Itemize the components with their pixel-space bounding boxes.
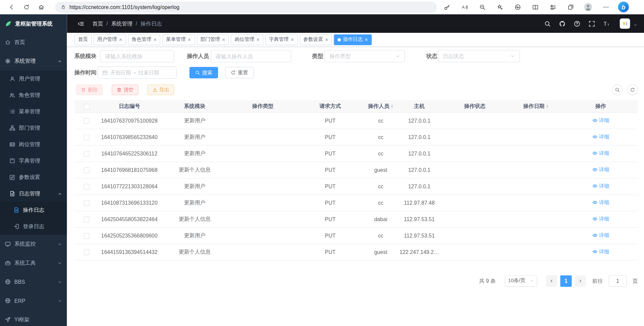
goto-page-input[interactable] xyxy=(609,275,627,286)
sidebar-item-post-mgmt[interactable]: 岗位管理 xyxy=(0,136,67,153)
close-icon[interactable]: × xyxy=(291,37,294,42)
close-icon[interactable]: × xyxy=(365,37,368,42)
page-size-select[interactable]: 10条/页 xyxy=(505,275,537,286)
password-button[interactable] xyxy=(439,1,454,13)
detail-link[interactable]: 详细 xyxy=(592,248,609,255)
close-icon[interactable]: × xyxy=(257,37,260,42)
tab-oper-log[interactable]: 操作日志× xyxy=(334,34,372,45)
reset-button[interactable]: 重置 xyxy=(225,67,254,78)
refresh-button[interactable] xyxy=(19,1,34,13)
header-search-button[interactable] xyxy=(542,18,553,29)
tab-param-settings[interactable]: 参数设置× xyxy=(300,34,332,45)
sidebar-item-user-mgmt[interactable]: 用户管理 xyxy=(0,71,67,87)
breadcrumb-system[interactable]: 系统管理 xyxy=(111,20,132,27)
detail-link[interactable]: 详细 xyxy=(592,150,609,157)
sidebar-item-system-mgmt[interactable]: 系统管理 xyxy=(0,52,67,70)
back-button[interactable] xyxy=(4,1,19,13)
column-header-date[interactable]: 操作日期▲▼ xyxy=(508,100,564,113)
sidebar-item-sys-tools[interactable]: 系统工具 xyxy=(0,254,67,272)
date-range-picker[interactable]: 开始日期 - 结束日期 xyxy=(97,66,176,79)
breadcrumb-home[interactable]: 首页 xyxy=(93,20,103,27)
read-aloud-button[interactable]: A xyxy=(457,1,472,13)
close-icon[interactable]: × xyxy=(153,37,156,42)
row-checkbox[interactable] xyxy=(84,249,89,255)
detail-link[interactable]: 详细 xyxy=(592,199,609,206)
select-all-checkbox[interactable] xyxy=(84,104,89,109)
more-menu-button[interactable] xyxy=(598,1,613,13)
sidebar-item-param-settings[interactable]: 参数设置 xyxy=(0,169,67,185)
tab-dict-mgmt[interactable]: 字典管理× xyxy=(265,34,298,45)
row-checkbox[interactable] xyxy=(84,216,89,222)
detail-link[interactable]: 详细 xyxy=(592,133,609,140)
tab-user-mgmt[interactable]: 用户管理× xyxy=(94,34,126,45)
close-icon[interactable]: × xyxy=(222,37,225,42)
browser-essentials-button[interactable] xyxy=(510,1,525,13)
type-select[interactable]: 操作类型 xyxy=(324,50,405,62)
sidebar-item-login-log[interactable]: 登录日志 xyxy=(0,218,67,235)
clear-button[interactable]: 清空 xyxy=(112,84,139,95)
prev-page-button[interactable] xyxy=(546,275,557,286)
home-button[interactable] xyxy=(34,1,48,13)
refresh-table-button[interactable] xyxy=(627,84,638,95)
menu-fold-button[interactable] xyxy=(75,18,87,29)
favorite-add-button[interactable] xyxy=(492,1,507,13)
font-size-button[interactable]: TT xyxy=(601,18,612,29)
row-checkbox[interactable] xyxy=(84,233,89,239)
tab-label: 用户管理 xyxy=(97,36,117,43)
sidebar-item-sys-monitor[interactable]: 系统监控 xyxy=(0,235,67,253)
row-checkbox[interactable] xyxy=(84,134,89,140)
operator-input[interactable] xyxy=(216,53,286,59)
status-select[interactable]: 日志状态 xyxy=(438,50,520,62)
tab-dept-mgmt[interactable]: 部门管理× xyxy=(197,34,229,45)
sidebar-item-yi-framework[interactable]: Yi框架 xyxy=(0,310,67,326)
sidebar-item-oper-log[interactable]: 操作日志 xyxy=(0,202,67,218)
row-checkbox[interactable] xyxy=(84,184,89,189)
zoom-button[interactable] xyxy=(475,1,490,13)
sidebar-item-bbs[interactable]: BBS xyxy=(0,272,67,291)
sort-icon[interactable]: ▲▼ xyxy=(391,104,393,109)
address-bar[interactable]: https://ccnetcore.com:1101/system/log/op… xyxy=(55,1,437,12)
row-checkbox[interactable] xyxy=(84,118,89,124)
hide-search-button[interactable] xyxy=(612,84,623,95)
sidebar-item-erp[interactable]: ERP xyxy=(0,291,67,310)
split-screen-button[interactable] xyxy=(528,1,542,13)
row-checkbox[interactable] xyxy=(84,200,89,206)
sidebar-item-home[interactable]: 首页 xyxy=(0,33,67,52)
close-icon[interactable]: × xyxy=(325,37,328,42)
sort-icon[interactable]: ▲▼ xyxy=(546,104,548,109)
search-button[interactable]: 搜索 xyxy=(189,67,218,78)
tab-home[interactable]: 首页 xyxy=(74,34,92,45)
sidebar-item-dept-mgmt[interactable]: 部门管理 xyxy=(0,120,67,136)
github-button[interactable] xyxy=(556,18,568,29)
delete-button[interactable]: 删除 xyxy=(76,84,103,95)
next-page-button[interactable] xyxy=(575,275,586,286)
sidebar-item-dict-mgmt[interactable]: 字典管理 xyxy=(0,153,67,169)
tab-role-mgmt[interactable]: 角色管理× xyxy=(128,34,160,45)
close-icon[interactable]: × xyxy=(188,37,191,42)
sidebar-item-menu-mgmt[interactable]: 菜单管理 xyxy=(0,104,67,120)
column-header-operator[interactable]: 操作人员▲▼ xyxy=(364,100,397,113)
page-number-current[interactable]: 1 xyxy=(560,275,572,286)
module-input[interactable] xyxy=(105,53,169,59)
detail-link[interactable]: 详细 xyxy=(592,117,609,124)
user-avatar[interactable]: Yi xyxy=(620,18,630,29)
profile-button[interactable] xyxy=(581,1,595,13)
fullscreen-button[interactable] xyxy=(586,18,597,29)
sidebar-item-role-mgmt[interactable]: 角色管理 xyxy=(0,87,67,104)
help-button[interactable] xyxy=(571,18,583,29)
row-checkbox[interactable] xyxy=(84,151,89,156)
export-button[interactable]: 导出 xyxy=(148,84,174,95)
row-checkbox[interactable] xyxy=(84,167,89,173)
detail-link[interactable]: 详细 xyxy=(592,215,609,222)
detail-link[interactable]: 详细 xyxy=(592,183,609,190)
tab-post-mgmt[interactable]: 岗位管理× xyxy=(231,34,263,45)
detail-link[interactable]: 详细 xyxy=(592,166,609,173)
bing-chat-button[interactable]: b xyxy=(616,1,631,13)
detail-link[interactable]: 详细 xyxy=(592,232,609,239)
chevron-down-icon[interactable] xyxy=(633,23,637,27)
close-icon[interactable]: × xyxy=(119,37,122,42)
favorites-bar-button[interactable] xyxy=(545,1,560,13)
collections-button[interactable] xyxy=(563,1,578,13)
sidebar-item-log-mgmt[interactable]: 日志管理 xyxy=(0,185,67,202)
tab-menu-mgmt[interactable]: 菜单管理× xyxy=(162,34,195,45)
